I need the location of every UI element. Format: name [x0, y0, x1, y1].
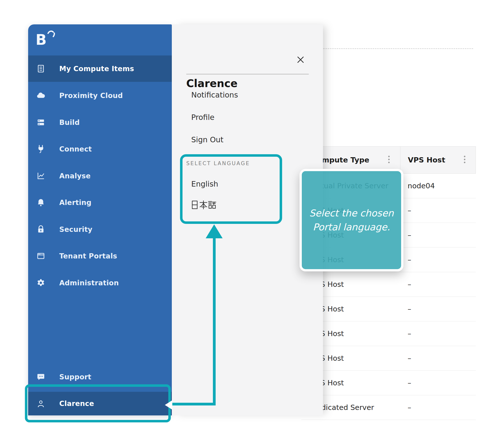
- drawer-item-sign-out[interactable]: Sign Out: [191, 135, 223, 145]
- vps-host-cell: –: [400, 403, 475, 412]
- drawer-item-profile[interactable]: Profile: [191, 112, 214, 122]
- logo-mark-icon: [47, 29, 56, 38]
- padlock-icon: [36, 224, 46, 234]
- vps-host-cell: –: [400, 305, 475, 313]
- clarence-highlight-box: [25, 384, 171, 422]
- sidebar-item-my-compute-items[interactable]: My Compute Items: [28, 55, 172, 82]
- table-row[interactable]: VPS Host –: [301, 346, 476, 371]
- vps-host-cell: –: [400, 329, 475, 338]
- vps-host-cell: –: [400, 280, 475, 289]
- tooltip-text: Select the chosen Portal language.: [305, 206, 398, 234]
- sidebar-item-label: Alerting: [59, 199, 91, 207]
- document-list-icon: [36, 64, 46, 74]
- language-highlight-box: [180, 154, 282, 224]
- sidebar-item-analyse[interactable]: Analyse: [28, 163, 172, 189]
- sidebar-item-label: Build: [59, 118, 80, 127]
- sidebar-item-tenant-portals[interactable]: Tenant Portals: [28, 243, 172, 269]
- vps-host-cell: –: [400, 231, 475, 239]
- close-icon[interactable]: [295, 54, 306, 65]
- page: Compute Type VPS Host Virtual Private Se…: [0, 0, 498, 448]
- sidebar-item-label: My Compute Items: [59, 65, 134, 73]
- gear-icon: [36, 278, 46, 288]
- sidebar-item-security[interactable]: Security: [28, 216, 172, 243]
- sidebar-item-alerting[interactable]: Alerting: [28, 189, 172, 216]
- kebab-icon[interactable]: [388, 156, 390, 164]
- column-header-vps-host[interactable]: VPS Host: [400, 147, 476, 173]
- sidebar-item-build[interactable]: Build: [28, 109, 172, 136]
- cloud-icon: [36, 91, 46, 100]
- table-row[interactable]: VPS Host –: [301, 321, 476, 346]
- annotation-tooltip: Select the chosen Portal language.: [300, 169, 403, 271]
- browser-window-icon: [36, 251, 46, 261]
- drawer-anchor-caret: [165, 400, 172, 410]
- table-row[interactable]: Dedicated Server –: [301, 395, 476, 420]
- drawer-title: Clarence: [186, 77, 238, 90]
- column-header-label: VPS Host: [408, 156, 445, 164]
- sidebar-item-administration[interactable]: Administration: [28, 270, 172, 296]
- table-row[interactable]: VPS Host –: [301, 297, 476, 321]
- sidebar-item-label: Security: [59, 225, 92, 234]
- sidebar-item-label: Connect: [59, 145, 92, 153]
- annotation-arrow-stem: [213, 238, 216, 405]
- table-row[interactable]: VPS Host –: [301, 272, 476, 297]
- table-row[interactable]: VPS Host –: [301, 371, 476, 395]
- bell-icon: [36, 198, 46, 207]
- sidebar-item-proximity-cloud[interactable]: Proximity Cloud: [28, 82, 172, 109]
- vps-host-cell: node04: [400, 182, 475, 190]
- sidebar: B My Compute Items Proximity Cloud Build: [28, 24, 172, 415]
- drawer-divider: [186, 74, 309, 74]
- vps-host-cell: –: [400, 354, 475, 362]
- kebab-icon[interactable]: [464, 156, 466, 164]
- server-stack-icon: [36, 117, 46, 127]
- vps-host-cell: –: [400, 255, 475, 264]
- plug-icon: [36, 144, 46, 154]
- dashed-separator: [323, 48, 473, 49]
- sidebar-item-connect[interactable]: Connect: [28, 136, 172, 162]
- sidebar-item-label: Support: [59, 373, 91, 381]
- vps-host-cell: –: [400, 206, 475, 215]
- sidebar-item-label: Proximity Cloud: [59, 92, 123, 100]
- vps-host-cell: –: [400, 379, 475, 387]
- app-logo[interactable]: B: [36, 29, 58, 48]
- chat-bubble-icon: [36, 372, 46, 382]
- logo-letter: B: [36, 32, 47, 47]
- annotation-arrow-head: [206, 224, 223, 238]
- annotation-arrow-line: [171, 403, 216, 405]
- drawer-item-notifications[interactable]: Notifications: [191, 90, 238, 100]
- sidebar-item-label: Analyse: [59, 172, 91, 180]
- sidebar-item-label: Administration: [59, 279, 119, 287]
- line-chart-icon: [36, 171, 46, 181]
- sidebar-item-label: Tenant Portals: [59, 252, 117, 260]
